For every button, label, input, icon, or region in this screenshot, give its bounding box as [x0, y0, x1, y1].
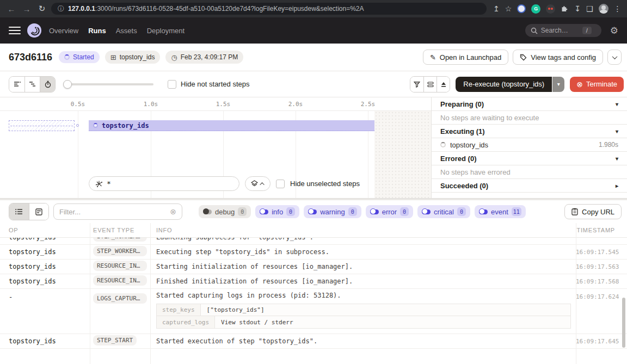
nav-item-runs[interactable]: Runs — [88, 27, 106, 35]
graph-layers-button[interactable] — [245, 176, 271, 191]
gantt-step-bar[interactable]: topstory_ids — [89, 120, 374, 131]
axis-tick: 0.5s — [71, 101, 85, 108]
view-tags-config-button[interactable]: View tags and config — [513, 50, 603, 65]
hide-unselected-checkbox[interactable] — [276, 180, 285, 188]
op-selector-input[interactable] — [107, 180, 216, 188]
collapse-rows-button[interactable] — [423, 77, 437, 92]
hide-not-started-checkbox[interactable] — [168, 80, 176, 89]
row-op: - — [0, 292, 90, 301]
waterfall-view-button[interactable] — [24, 77, 40, 92]
event-type-badge: LOGS_CAPTURED — [93, 293, 147, 304]
filter-chip-warning[interactable]: warning0 — [304, 205, 361, 218]
log-row-logs-captured[interactable]: - LOGS_CAPTURED Started capturing logs i… — [0, 289, 627, 334]
chip-label: warning — [320, 208, 345, 216]
panel-section-errored[interactable]: Errored (0) ▾ — [432, 152, 627, 165]
reload-icon[interactable]: ↻ — [36, 4, 48, 14]
log-row[interactable]: topstory_ids STEP_WORKER_STARTED Executi… — [0, 245, 627, 260]
filter-chip-debug[interactable]: debug0 — [199, 205, 251, 218]
nav-item-assets[interactable]: Assets — [116, 27, 137, 35]
panel-section-succeeded[interactable]: Succeeded (0) ▸ — [432, 179, 627, 193]
back-icon[interactable]: ← — [5, 4, 17, 14]
bookmark-star-icon[interactable]: ☆ — [505, 4, 512, 13]
search-input[interactable] — [541, 27, 579, 34]
slider-thumb[interactable] — [63, 80, 72, 89]
sidebar-icon[interactable]: ❑ — [586, 4, 593, 13]
log-row[interactable]: topstory_ids RESOURCE_INIT_STARTED Start… — [0, 260, 627, 274]
clock-icon: ◷ — [171, 53, 177, 61]
open-launchpad-button[interactable]: ✎ Open in Launchpad — [423, 50, 508, 65]
gantt-zoom-slider[interactable] — [63, 80, 153, 89]
filter-chip-critical[interactable]: critical0 — [417, 205, 470, 218]
metadata-value: ["topstory_ids"] — [201, 304, 571, 316]
url-text: 127.0.0.1:3000/runs/673d6116-0528-45df-a… — [68, 5, 364, 13]
caret-down-icon: ▾ — [616, 101, 618, 107]
section-title: Errored (0) — [440, 155, 476, 163]
status-badge: Started — [59, 51, 100, 63]
eject-top-button[interactable] — [437, 77, 450, 92]
timed-view-button[interactable] — [40, 77, 55, 92]
structured-logs-button[interactable] — [29, 203, 48, 220]
log-row[interactable]: topstory_ids RESOURCE_INIT_SUCCESS Finis… — [0, 274, 627, 289]
unstructured-logs-button[interactable] — [9, 203, 29, 220]
log-row[interactable]: topstory_ids STEP_START Started executio… — [0, 334, 627, 349]
col-timestamp: TIMESTAMP — [576, 227, 627, 233]
grammarly-extension-icon[interactable]: G — [531, 4, 540, 14]
extension-icon[interactable] — [546, 4, 555, 14]
downloads-icon[interactable]: ↧ — [574, 4, 581, 13]
log-scrollbar-thumb[interactable] — [622, 298, 625, 348]
filter-funnel-button[interactable] — [410, 77, 423, 92]
site-info-icon[interactable]: ⓘ — [58, 4, 64, 14]
status-label: Started — [73, 53, 94, 61]
browser-menu-icon[interactable]: ⋮ — [614, 4, 622, 13]
share-icon[interactable]: ↥ — [493, 4, 500, 13]
log-filter-input[interactable] — [59, 208, 170, 216]
tag-icon — [520, 54, 527, 61]
datetime-tag[interactable]: ◷ Feb 23, 4:09:17 PM — [165, 51, 243, 64]
axis-tick: 2.5s — [361, 101, 376, 108]
terminate-button[interactable]: ⊗ Terminate — [570, 77, 624, 92]
global-search[interactable]: / — [525, 24, 601, 37]
row-info: Starting initialization of resources [io… — [150, 263, 576, 270]
filter-chip-info[interactable]: info0 — [255, 205, 299, 218]
profile-avatar[interactable] — [599, 4, 608, 14]
event-type-badge: STEP_WORKER_STARTED — [93, 246, 147, 256]
gantt-chart: 0.5s 1.0s 1.5s 2.0s 2.5s topstory_ids — [0, 97, 432, 198]
col-info: INFO — [150, 227, 576, 233]
row-info: Finished initialization of resources [io… — [150, 277, 576, 285]
reexecute-button[interactable]: Re-execute (topstory_ids) — [456, 77, 552, 92]
forward-icon[interactable]: → — [21, 4, 33, 14]
gantt-dependency-dot — [76, 124, 79, 127]
reexecute-dropdown-button[interactable]: ▾ — [552, 77, 564, 92]
run-id: 673d6116 — [9, 52, 52, 63]
nav-item-deployment[interactable]: Deployment — [147, 27, 185, 35]
copy-url-label: Copy URL — [582, 208, 614, 216]
clear-filter-icon[interactable]: ⊗ — [170, 207, 176, 216]
url-bar[interactable]: ⓘ 127.0.0.1:3000/runs/673d6116-0528-45df… — [51, 3, 487, 15]
caret-right-icon: ▸ — [616, 183, 618, 189]
step-status-panel: Preparing (0) ▾ No steps are waiting to … — [432, 97, 627, 198]
hamburger-menu-icon[interactable] — [9, 27, 21, 35]
layers-icon — [251, 180, 258, 187]
col-op: OP — [0, 227, 90, 233]
settings-gear-icon[interactable]: ⚙ — [610, 25, 618, 36]
copy-url-button[interactable]: Copy URL — [564, 204, 622, 219]
run-more-actions-button[interactable] — [607, 50, 622, 65]
row-timestamp: 16:09:17.645 — [576, 338, 627, 345]
view-stdout-stderr-link[interactable]: View stdout / stderr — [215, 316, 571, 329]
chrome-action-icons: ↥ ☆ G ↧ ❑ ⋮ — [493, 4, 622, 14]
app-navbar: Overview Runs Assets Deployment / ⚙ — [0, 17, 627, 44]
filter-chip-error[interactable]: error0 — [366, 205, 413, 218]
toggle-icon — [370, 209, 379, 214]
axis-tick: 1.0s — [144, 101, 158, 108]
executing-step-row[interactable]: topstory_ids 1.980s — [432, 138, 627, 152]
flat-view-button[interactable] — [9, 77, 24, 92]
panel-section-preparing[interactable]: Preparing (0) ▾ — [432, 97, 627, 111]
dagster-logo[interactable] — [27, 23, 41, 38]
password-extension-icon[interactable] — [517, 4, 526, 13]
nav-item-overview[interactable]: Overview — [49, 27, 78, 35]
slider-track[interactable] — [63, 83, 153, 85]
job-tag[interactable]: ⊞ topstory_ids — [105, 51, 161, 64]
filter-chip-event[interactable]: event11 — [475, 205, 526, 218]
puzzle-extensions-icon[interactable] — [561, 5, 569, 13]
panel-section-executing[interactable]: Executing (1) ▾ — [432, 125, 627, 138]
